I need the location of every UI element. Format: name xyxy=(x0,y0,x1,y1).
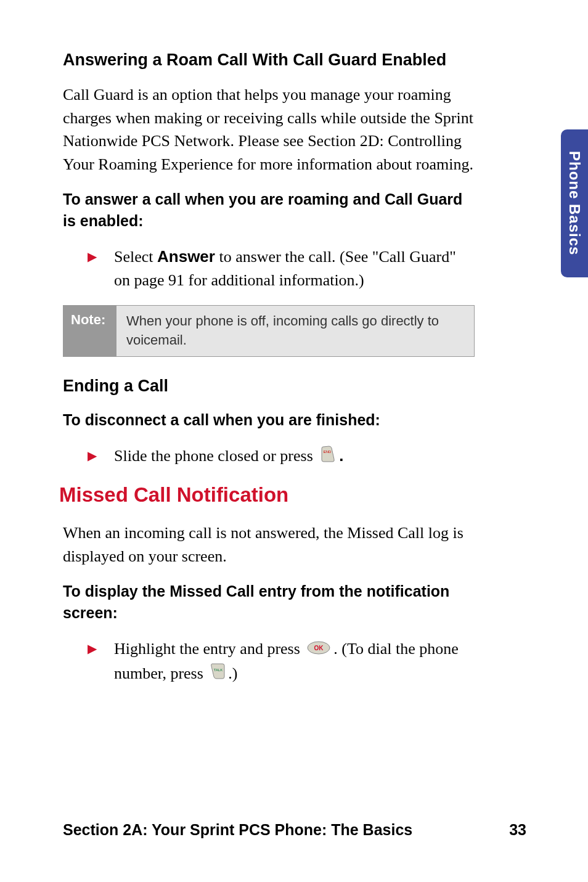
bullet-arrow-icon: ▶ xyxy=(88,641,97,656)
page-footer: Section 2A: Your Sprint PCS Phone: The B… xyxy=(63,821,526,839)
bullet-bold: Answer xyxy=(157,247,215,266)
svg-text:END: END xyxy=(324,450,332,454)
bullet-text: Highlight the entry and press OK. (To di… xyxy=(114,637,475,687)
bullet-prefix: Slide the phone closed or press xyxy=(114,447,317,465)
bullet-suffix: .) xyxy=(228,664,237,682)
note-box: Note: When your phone is off, incoming c… xyxy=(63,305,475,357)
bullet-suffix: . xyxy=(339,446,343,465)
heading-roam-call: Answering a Roam Call With Call Guard En… xyxy=(63,49,475,71)
bullet-arrow-icon: ▶ xyxy=(88,249,97,264)
bullet-item: ▶ Select Answer to answer the call. (See… xyxy=(88,245,475,292)
bullet-item: ▶ Slide the phone closed or press END. xyxy=(88,444,475,470)
page-content: Answering a Roam Call With Call Guard En… xyxy=(0,0,536,687)
ok-key-icon: OK xyxy=(306,639,331,662)
bullet-prefix: Highlight the entry and press xyxy=(114,640,304,658)
svg-text:OK: OK xyxy=(314,645,324,651)
footer-section-label: Section 2A: Your Sprint PCS Phone: The B… xyxy=(63,821,412,839)
instruction-answer-roam: To answer a call when you are roaming an… xyxy=(63,189,475,232)
talk-key-icon: TALK xyxy=(210,662,226,687)
heading-missed-call: Missed Call Notification xyxy=(59,483,475,507)
instruction-disconnect: To disconnect a call when you are finish… xyxy=(63,409,475,431)
footer-page-number: 33 xyxy=(509,821,526,839)
side-tab-label: Phone Basics xyxy=(566,151,583,255)
bullet-text: Slide the phone closed or press END. xyxy=(114,444,344,470)
bullet-arrow-icon: ▶ xyxy=(88,448,97,463)
heading-ending-call: Ending a Call xyxy=(63,375,475,397)
instruction-missed-entry: To display the Missed Call entry from th… xyxy=(63,581,475,624)
bullet-prefix: Select xyxy=(114,248,157,266)
note-text: When your phone is off, incoming calls g… xyxy=(116,306,474,356)
paragraph-call-guard: Call Guard is an option that helps you m… xyxy=(63,83,475,176)
svg-text:TALK: TALK xyxy=(214,668,223,672)
bullet-item: ▶ Highlight the entry and press OK. (To … xyxy=(88,637,475,687)
side-tab: Phone Basics xyxy=(561,129,588,277)
paragraph-missed-call: When an incoming call is not answered, t… xyxy=(63,521,475,568)
end-key-icon: END xyxy=(319,445,337,470)
note-label: Note: xyxy=(63,306,116,356)
bullet-text: Select Answer to answer the call. (See "… xyxy=(114,245,475,292)
